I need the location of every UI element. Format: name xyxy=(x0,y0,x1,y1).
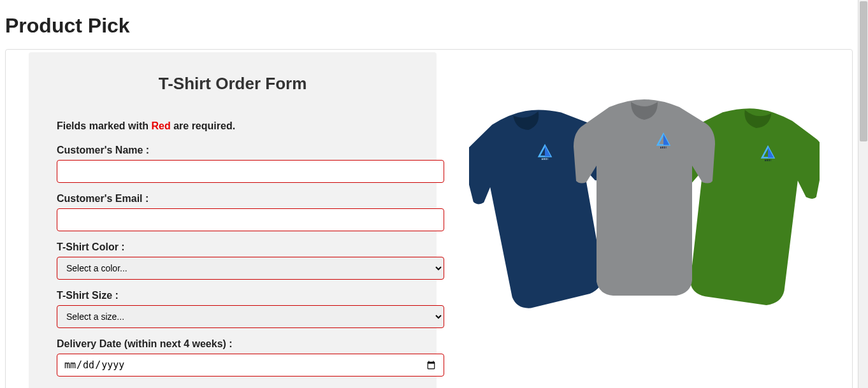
color-select[interactable]: Select a color... xyxy=(57,257,444,280)
email-label: Customer's Email : xyxy=(57,193,409,205)
size-label: T-Shirt Size : xyxy=(57,290,409,301)
vertical-scrollbar[interactable]: ▲ xyxy=(858,0,868,388)
svg-text:ABDI: ABDI xyxy=(542,158,549,161)
name-label: Customer's Name : xyxy=(57,145,409,156)
required-word: Red xyxy=(151,120,170,131)
email-input[interactable] xyxy=(57,208,444,231)
field-email: Customer's Email : xyxy=(57,193,409,231)
order-form-panel: T-Shirt Order Form Fields marked with Re… xyxy=(29,52,437,388)
color-label: T-Shirt Color : xyxy=(57,241,409,253)
date-input[interactable] xyxy=(57,354,444,377)
field-name: Customer's Name : xyxy=(57,145,409,183)
svg-marker-1 xyxy=(545,146,551,157)
svg-text:ABDI: ABDI xyxy=(660,147,667,149)
scrollbar-thumb[interactable] xyxy=(860,1,867,141)
product-image-panel: ABDI ABDI xyxy=(437,50,852,388)
logo-icon-gray: ABDI xyxy=(655,133,672,149)
main-container: T-Shirt Order Form Fields marked with Re… xyxy=(5,49,853,388)
tshirt-illustration: ABDI ABDI xyxy=(469,113,820,324)
logo-icon-green: ABDI xyxy=(760,145,776,162)
name-input[interactable] xyxy=(57,160,444,183)
form-title: T-Shirt Order Form xyxy=(57,74,409,94)
field-color: T-Shirt Color : Select a color... xyxy=(57,241,409,280)
tshirt-gray: ABDI xyxy=(571,98,718,302)
logo-icon-navy: ABDI xyxy=(537,144,553,161)
field-date: Delivery Date (within next 4 weeks) : xyxy=(57,338,409,377)
field-size: T-Shirt Size : Select a size... xyxy=(57,290,409,328)
required-note-prefix: Fields marked with xyxy=(57,120,151,131)
size-select[interactable]: Select a size... xyxy=(57,305,444,328)
date-label: Delivery Date (within next 4 weeks) : xyxy=(57,338,409,350)
svg-text:ABDI: ABDI xyxy=(765,159,772,162)
required-note-suffix: are required. xyxy=(171,120,235,131)
required-note: Fields marked with Red are required. xyxy=(57,120,409,132)
page-title: Product Pick xyxy=(5,14,868,38)
